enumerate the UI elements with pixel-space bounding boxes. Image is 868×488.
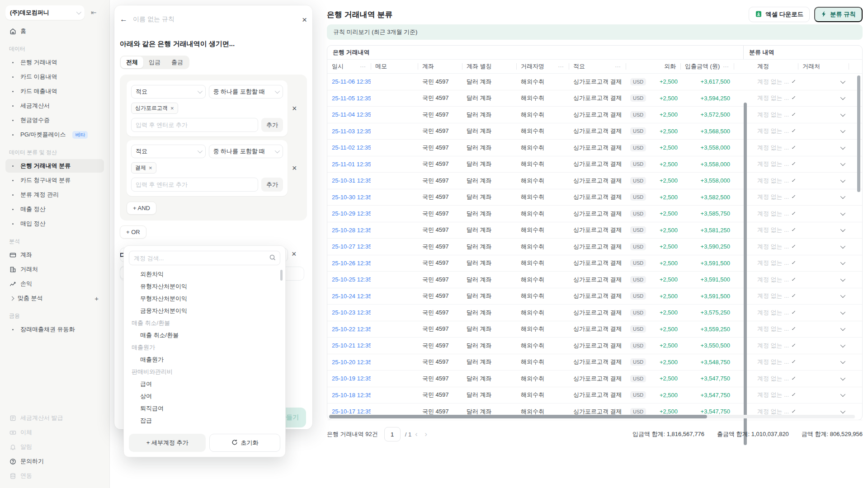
sidebar-item-card-sales[interactable]: 카드 매출내역 [5,84,104,98]
account-option[interactable]: 급여 [124,378,285,390]
sidebar-item-purchase-settlement[interactable]: 매입 정산 [5,217,104,230]
cell-date[interactable]: 25-10-23 12:35 [327,305,371,321]
account-search-input[interactable] [129,251,280,265]
field-select[interactable]: 적요 [131,85,206,99]
remove-tag-icon[interactable]: × [170,105,174,112]
col-header-desc[interactable]: 적요⋯ [569,60,626,73]
sidebar-item-vendors[interactable]: 거래처 [5,263,104,276]
account-option[interactable]: 매출원가 [124,341,285,353]
account-option[interactable]: 잡급 [124,414,285,427]
sidebar-item-receivable-securitization[interactable]: 장래매출채권 유동화 [5,323,104,336]
vendor-select-cell[interactable] [798,222,849,239]
cell-date[interactable]: 25-10-18 12:35 [327,387,371,404]
col-header-acct-class[interactable]: 계정 [753,60,798,73]
close-icon[interactable]: × [302,15,307,24]
account-select-cell[interactable]: 계정 없는 ... [753,321,798,338]
prev-page-icon[interactable]: ‹ [411,430,421,438]
account-select-cell[interactable]: 계정 없는 ... [753,107,798,123]
tab-withdrawal[interactable]: 출금 [166,56,189,68]
col-header-account[interactable]: 계좌 [418,60,462,73]
sidebar-item-contact[interactable]: 문의하기 [5,455,104,468]
account-select-cell[interactable]: 계정 없는 ... [753,371,798,387]
account-select-cell[interactable]: 계정 없는 ... [753,354,798,371]
account-option[interactable]: 매출원가 [124,353,285,366]
vendor-select-cell[interactable] [798,74,849,90]
col-header-memo[interactable]: 메모 [371,60,418,73]
back-icon[interactable]: ← [120,15,127,24]
sidebar-item-account-management[interactable]: 분류 계정 관리 [5,188,104,202]
account-select-cell[interactable]: 계정 없는 ... [753,222,798,239]
vendor-select-cell[interactable] [798,255,849,272]
column-menu-icon[interactable]: ⋯ [360,63,366,70]
cell-date[interactable]: 25-11-06 12:35 [327,74,371,90]
vendor-select-cell[interactable] [798,156,849,173]
sidebar-item-card-bill-classification[interactable]: 카드 청구내역 분류 [5,174,104,187]
account-select-cell[interactable]: 계정 없는 ... [753,140,798,156]
col-header-fx[interactable]: 외화 [626,60,680,73]
vendor-select-cell[interactable] [798,387,849,404]
sidebar-item-sales-settlement[interactable]: 매출 정산 [5,202,104,216]
cell-date[interactable]: 25-10-27 12:35 [327,239,371,255]
add-keyword-button[interactable]: 추가 [261,118,283,132]
sidebar-item-cash-receipt[interactable]: 현금영수증 [5,113,104,127]
remove-condition-icon[interactable]: × [292,104,297,113]
vendor-select-cell[interactable] [798,305,849,321]
account-option[interactable]: 무형자산처분이익 [124,292,285,305]
account-option[interactable]: 복리후생비 [124,427,285,429]
cell-date[interactable]: 25-10-19 12:35 [327,371,371,387]
sidebar-item-bank-classification[interactable]: 은행 거래내역 분류 [5,159,104,173]
horizontal-scrollbar-track[interactable] [329,415,855,418]
vendor-select-cell[interactable] [798,206,849,222]
sidebar-item-custom-analysis[interactable]: 맞춤 분석 + [5,291,104,305]
reset-button[interactable]: 초기화 [209,434,280,452]
excel-download-button[interactable]: 엑셀 다운로드 [749,7,810,22]
account-option[interactable]: 퇴직급여 [124,402,285,414]
vendor-select-cell[interactable] [798,173,849,189]
operator-select[interactable]: 중 하나를 포함할 때 [209,145,283,158]
col-header-payer[interactable]: 거래자명⋯ [516,60,569,73]
vendor-select-cell[interactable] [798,140,849,156]
account-option[interactable]: 금융자산처분이익 [124,305,285,317]
cell-date[interactable]: 25-11-01 12:35 [327,156,371,173]
vendor-select-cell[interactable] [798,189,849,206]
add-analysis-button[interactable]: + [93,295,100,302]
operator-select[interactable]: 중 하나를 포함할 때 [209,85,283,99]
sidebar-item-accounts[interactable]: 계좌 [5,248,104,262]
vendor-select-cell[interactable] [798,123,849,140]
add-keyword-button[interactable]: 추가 [261,178,283,192]
account-option[interactable]: 매출 취소/환불 [124,317,285,329]
remove-condition-icon[interactable]: × [292,164,297,173]
col-header-alias[interactable]: 계좌 별칭 [462,60,516,73]
vendor-select-cell[interactable] [798,354,849,371]
account-select-cell[interactable]: 계정 없는 ... [753,173,798,189]
account-option[interactable]: 외환차익 [124,268,285,280]
col-header-amount[interactable]: 입출금액 (원)⋯ [680,60,734,73]
account-option[interactable]: 상여 [124,390,285,402]
horizontal-scrollbar-thumb[interactable] [329,415,707,418]
sidebar-item-transfer[interactable]: 이체 [5,426,104,439]
tab-all[interactable]: 전체 [121,56,143,68]
account-select-cell[interactable]: 계정 없는 ... [753,288,798,305]
field-select[interactable]: 적요 [131,145,206,158]
sidebar-collapse-icon[interactable]: ⇤ [88,8,99,18]
account-select-cell[interactable]: 계정 없는 ... [753,189,798,206]
cell-date[interactable]: 25-10-20 12:35 [327,354,371,371]
account-option[interactable]: 매출 취소/환불 [124,329,285,341]
vendor-select-cell[interactable] [798,239,849,255]
classification-rules-button[interactable]: 분류 규칙 [814,7,863,22]
account-select-cell[interactable]: 계정 없는 ... [753,206,798,222]
cell-date[interactable]: 25-10-30 12:35 [327,189,371,206]
sidebar-item-tax-invoice[interactable]: 세금계산서 [5,99,104,113]
cell-date[interactable]: 25-10-25 12:35 [327,272,371,288]
vendor-select-cell[interactable] [798,90,849,107]
cell-date[interactable]: 25-10-28 12:35 [327,222,371,239]
company-selector[interactable]: (주)데모컴퍼니 [5,5,85,20]
account-select-cell[interactable]: 계정 없는 ... [753,123,798,140]
sidebar-item-notifications[interactable]: 알림 [5,440,104,454]
vendor-select-cell[interactable] [798,272,849,288]
rule-name[interactable]: 이름 없는 규칙 [133,15,175,23]
cell-date[interactable]: 25-11-02 12:35 [327,140,371,156]
cell-date[interactable]: 25-11-05 12:35 [327,90,371,107]
account-option[interactable]: 유형자산처분이익 [124,280,285,292]
account-select-cell[interactable]: 계정 없는 ... [753,74,798,90]
